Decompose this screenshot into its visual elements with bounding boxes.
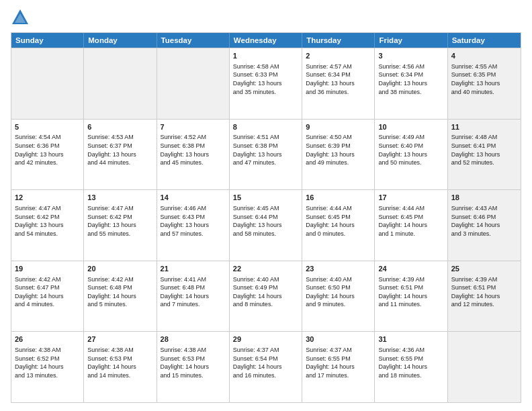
cal-cell-day-1: 1Sunrise: 4:58 AM Sunset: 6:33 PM Daylig… [230, 48, 302, 119]
cal-cell-day-11: 11Sunrise: 4:48 AM Sunset: 6:41 PM Dayli… [448, 120, 521, 190]
day-number: 9 [306, 122, 371, 132]
cell-details: Sunrise: 4:37 AM Sunset: 6:54 PM Dayligh… [233, 346, 298, 379]
cal-cell-day-31: 31Sunrise: 4:36 AM Sunset: 6:55 PM Dayli… [375, 332, 447, 402]
cal-cell-day-26: 26Sunrise: 4:38 AM Sunset: 6:52 PM Dayli… [11, 332, 84, 402]
day-number: 11 [451, 122, 517, 132]
day-number: 29 [233, 334, 298, 345]
day-number: 21 [161, 264, 226, 274]
day-number: 27 [87, 334, 152, 345]
cal-cell-day-2: 2Sunrise: 4:57 AM Sunset: 6:34 PM Daylig… [302, 48, 375, 119]
cal-cell-day-22: 22Sunrise: 4:40 AM Sunset: 6:49 PM Dayli… [230, 261, 302, 332]
cal-cell-day-6: 6Sunrise: 4:53 AM Sunset: 6:37 PM Daylig… [84, 120, 157, 190]
day-number: 10 [378, 122, 443, 132]
cal-cell-day-17: 17Sunrise: 4:44 AM Sunset: 6:45 PM Dayli… [375, 190, 447, 261]
day-number: 22 [233, 264, 298, 274]
cell-details: Sunrise: 4:44 AM Sunset: 6:45 PM Dayligh… [378, 204, 443, 238]
cell-details: Sunrise: 4:42 AM Sunset: 6:47 PM Dayligh… [15, 275, 80, 309]
day-number: 13 [87, 193, 152, 203]
cal-cell-day-10: 10Sunrise: 4:49 AM Sunset: 6:40 PM Dayli… [375, 120, 447, 190]
cal-cell-day-9: 9Sunrise: 4:50 AM Sunset: 6:39 PM Daylig… [302, 120, 375, 190]
cell-details: Sunrise: 4:45 AM Sunset: 6:44 PM Dayligh… [233, 204, 298, 238]
cell-details: Sunrise: 4:53 AM Sunset: 6:37 PM Dayligh… [87, 133, 152, 167]
cal-header-tuesday: Tuesday [157, 33, 230, 48]
day-number: 8 [233, 122, 298, 132]
cell-details: Sunrise: 4:52 AM Sunset: 6:38 PM Dayligh… [161, 133, 226, 167]
header [11, 8, 521, 27]
day-number: 7 [161, 122, 226, 132]
cal-cell-day-18: 18Sunrise: 4:43 AM Sunset: 6:46 PM Dayli… [448, 190, 521, 261]
cal-cell-empty [11, 48, 84, 119]
day-number: 16 [306, 193, 371, 203]
cal-cell-day-16: 16Sunrise: 4:44 AM Sunset: 6:45 PM Dayli… [302, 190, 375, 261]
day-number: 14 [161, 193, 226, 203]
cell-details: Sunrise: 4:51 AM Sunset: 6:38 PM Dayligh… [233, 133, 298, 167]
logo [11, 8, 32, 27]
cell-details: Sunrise: 4:42 AM Sunset: 6:48 PM Dayligh… [87, 275, 152, 309]
cal-header-thursday: Thursday [302, 33, 375, 48]
cal-cell-day-21: 21Sunrise: 4:41 AM Sunset: 6:48 PM Dayli… [157, 261, 230, 332]
calendar-header: SundayMondayTuesdayWednesdayThursdayFrid… [11, 33, 521, 48]
cal-cell-day-12: 12Sunrise: 4:47 AM Sunset: 6:42 PM Dayli… [11, 190, 84, 261]
day-number: 15 [233, 193, 298, 203]
cell-details: Sunrise: 4:50 AM Sunset: 6:39 PM Dayligh… [306, 133, 371, 167]
cal-cell-day-14: 14Sunrise: 4:46 AM Sunset: 6:43 PM Dayli… [157, 190, 230, 261]
cal-cell-empty [448, 332, 521, 402]
cal-cell-day-30: 30Sunrise: 4:37 AM Sunset: 6:55 PM Dayli… [302, 332, 375, 402]
cal-header-monday: Monday [84, 33, 157, 48]
day-number: 2 [306, 51, 371, 61]
cal-cell-empty [84, 48, 157, 119]
cell-details: Sunrise: 4:38 AM Sunset: 6:52 PM Dayligh… [15, 346, 80, 379]
day-number: 25 [451, 264, 517, 274]
cell-details: Sunrise: 4:47 AM Sunset: 6:42 PM Dayligh… [15, 204, 80, 238]
day-number: 23 [306, 264, 371, 274]
day-number: 19 [15, 264, 80, 274]
day-number: 3 [378, 51, 443, 61]
cal-week-3: 12Sunrise: 4:47 AM Sunset: 6:42 PM Dayli… [11, 189, 521, 261]
cell-details: Sunrise: 4:49 AM Sunset: 6:40 PM Dayligh… [378, 133, 443, 167]
day-number: 4 [451, 51, 517, 61]
cell-details: Sunrise: 4:40 AM Sunset: 6:49 PM Dayligh… [233, 275, 298, 309]
cell-details: Sunrise: 4:38 AM Sunset: 6:53 PM Dayligh… [161, 346, 226, 379]
cell-details: Sunrise: 4:44 AM Sunset: 6:45 PM Dayligh… [306, 204, 371, 238]
cell-details: Sunrise: 4:43 AM Sunset: 6:46 PM Dayligh… [451, 204, 517, 238]
day-number: 5 [15, 122, 80, 132]
day-number: 20 [87, 264, 152, 274]
cell-details: Sunrise: 4:38 AM Sunset: 6:53 PM Dayligh… [87, 346, 152, 379]
cal-cell-day-5: 5Sunrise: 4:54 AM Sunset: 6:36 PM Daylig… [11, 120, 84, 190]
day-number: 30 [306, 334, 371, 345]
cal-week-4: 19Sunrise: 4:42 AM Sunset: 6:47 PM Dayli… [11, 261, 521, 332]
cell-details: Sunrise: 4:46 AM Sunset: 6:43 PM Dayligh… [161, 204, 226, 238]
cal-cell-day-29: 29Sunrise: 4:37 AM Sunset: 6:54 PM Dayli… [230, 332, 302, 402]
calendar-body: 1Sunrise: 4:58 AM Sunset: 6:33 PM Daylig… [11, 48, 521, 402]
cal-cell-day-8: 8Sunrise: 4:51 AM Sunset: 6:38 PM Daylig… [230, 120, 302, 190]
cal-header-friday: Friday [375, 33, 447, 48]
day-number: 12 [15, 193, 80, 203]
day-number: 26 [15, 334, 80, 345]
cal-header-sunday: Sunday [11, 33, 84, 48]
cal-week-5: 26Sunrise: 4:38 AM Sunset: 6:52 PM Dayli… [11, 331, 521, 402]
cell-details: Sunrise: 4:47 AM Sunset: 6:42 PM Dayligh… [87, 204, 152, 238]
cal-cell-day-25: 25Sunrise: 4:39 AM Sunset: 6:51 PM Dayli… [448, 261, 521, 332]
day-number: 31 [378, 334, 443, 345]
cal-header-saturday: Saturday [448, 33, 521, 48]
cell-details: Sunrise: 4:39 AM Sunset: 6:51 PM Dayligh… [378, 275, 443, 309]
day-number: 18 [451, 193, 517, 203]
cal-cell-day-23: 23Sunrise: 4:40 AM Sunset: 6:50 PM Dayli… [302, 261, 375, 332]
day-number: 24 [378, 264, 443, 274]
cell-details: Sunrise: 4:58 AM Sunset: 6:33 PM Dayligh… [233, 62, 298, 96]
cal-cell-day-20: 20Sunrise: 4:42 AM Sunset: 6:48 PM Dayli… [84, 261, 157, 332]
day-number: 28 [161, 334, 226, 345]
cal-cell-day-13: 13Sunrise: 4:47 AM Sunset: 6:42 PM Dayli… [84, 190, 157, 261]
cell-details: Sunrise: 4:48 AM Sunset: 6:41 PM Dayligh… [451, 133, 517, 167]
day-number: 1 [233, 51, 298, 61]
cal-week-1: 1Sunrise: 4:58 AM Sunset: 6:33 PM Daylig… [11, 48, 521, 119]
cal-cell-day-4: 4Sunrise: 4:55 AM Sunset: 6:35 PM Daylig… [448, 48, 521, 119]
calendar: SundayMondayTuesdayWednesdayThursdayFrid… [11, 32, 521, 403]
cal-cell-day-19: 19Sunrise: 4:42 AM Sunset: 6:47 PM Dayli… [11, 261, 84, 332]
cal-cell-day-27: 27Sunrise: 4:38 AM Sunset: 6:53 PM Dayli… [84, 332, 157, 402]
day-number: 17 [378, 193, 443, 203]
cell-details: Sunrise: 4:37 AM Sunset: 6:55 PM Dayligh… [306, 346, 371, 379]
cell-details: Sunrise: 4:57 AM Sunset: 6:34 PM Dayligh… [306, 62, 371, 96]
cal-week-2: 5Sunrise: 4:54 AM Sunset: 6:36 PM Daylig… [11, 119, 521, 190]
cal-cell-empty [157, 48, 230, 119]
